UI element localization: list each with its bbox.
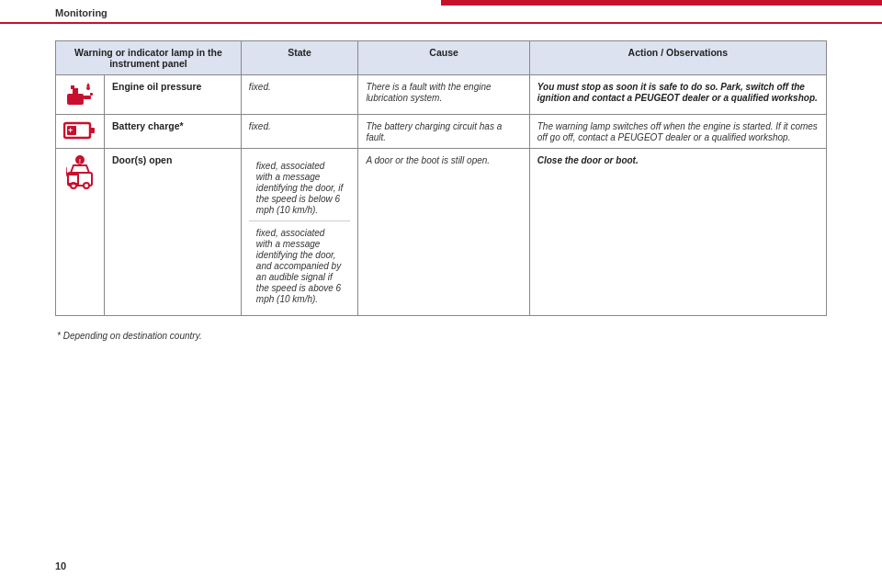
- table-row: ! Door(s) open fixed, associated with a …: [56, 149, 827, 316]
- footnote: * Depending on destination country.: [55, 331, 827, 341]
- content-area: Warning or indicator lamp in the instrum…: [0, 24, 882, 350]
- table-row: Engine oil pressure fixed. There is a fa…: [56, 75, 827, 115]
- monitoring-table: Warning or indicator lamp in the instrum…: [55, 40, 827, 316]
- page-number: 10: [55, 560, 66, 571]
- header-bar: [441, 0, 882, 6]
- warning-name-door: Door(s) open: [105, 149, 242, 316]
- svg-rect-3: [90, 93, 93, 96]
- table-header-row: Warning or indicator lamp in the instrum…: [56, 41, 827, 75]
- cause-door: A door or the boot is still open.: [358, 149, 529, 316]
- svg-text:-: -: [78, 126, 81, 135]
- svg-rect-0: [67, 94, 84, 105]
- table-row: + - Battery charge* fixed. The battery c…: [56, 115, 827, 149]
- battery-charge-icon: + -: [63, 120, 96, 141]
- action-battery: The warning lamp switches off when the e…: [529, 115, 826, 149]
- col-header-warning: Warning or indicator lamp in the instrum…: [56, 41, 242, 75]
- icon-cell-door: !: [56, 149, 105, 316]
- warning-name-battery: Battery charge*: [105, 115, 242, 149]
- state-door: fixed, associated with a message identif…: [241, 149, 358, 316]
- svg-rect-1: [73, 88, 78, 95]
- page-title: Monitoring: [55, 7, 107, 18]
- svg-text:!: !: [79, 158, 81, 164]
- svg-marker-6: [86, 83, 90, 86]
- svg-point-5: [86, 86, 90, 90]
- oil-pressure-icon: [65, 81, 95, 107]
- state-battery: fixed.: [241, 115, 358, 149]
- svg-rect-4: [71, 85, 74, 89]
- svg-rect-8: [90, 128, 95, 133]
- col-header-action: Action / Observations: [529, 41, 826, 75]
- action-door: Close the door or boot.: [529, 149, 826, 316]
- icon-cell-battery: + -: [56, 115, 105, 149]
- cause-battery: The battery charging circuit has a fault…: [358, 115, 529, 149]
- icon-cell-oil: [56, 75, 105, 115]
- svg-point-16: [85, 184, 88, 187]
- action-oil: You must stop as soon it is safe to do s…: [529, 75, 826, 115]
- warning-name-oil: Engine oil pressure: [105, 75, 242, 115]
- col-header-state: State: [241, 41, 358, 75]
- state-oil: fixed.: [241, 75, 358, 115]
- svg-text:+: +: [68, 126, 73, 135]
- svg-rect-2: [84, 96, 91, 99]
- col-header-cause: Cause: [358, 41, 529, 75]
- door-open-icon: !: [66, 154, 94, 195]
- cause-oil: There is a fault with the engine lubrica…: [358, 75, 529, 115]
